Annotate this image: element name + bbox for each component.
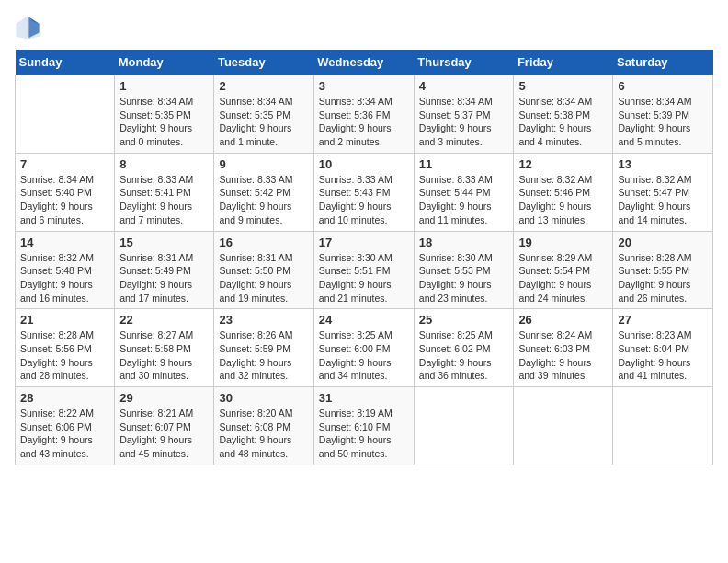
day-detail: Sunrise: 8:30 AMSunset: 5:53 PMDaylight:… [419, 251, 509, 305]
day-detail: Sunrise: 8:34 AMSunset: 5:36 PMDaylight:… [319, 95, 409, 149]
day-number: 4 [419, 79, 509, 93]
day-cell: 11Sunrise: 8:33 AMSunset: 5:44 PMDayligh… [414, 153, 514, 231]
week-row-2: 7Sunrise: 8:34 AMSunset: 5:40 PMDaylight… [16, 153, 713, 231]
day-cell [613, 387, 713, 465]
week-row-5: 28Sunrise: 8:22 AMSunset: 6:06 PMDayligh… [16, 387, 713, 465]
day-detail: Sunrise: 8:33 AMSunset: 5:41 PMDaylight:… [119, 173, 209, 227]
day-number: 26 [518, 313, 608, 327]
day-cell: 22Sunrise: 8:27 AMSunset: 5:58 PMDayligh… [115, 309, 214, 387]
day-detail: Sunrise: 8:32 AMSunset: 5:48 PMDaylight:… [20, 251, 109, 305]
day-detail: Sunrise: 8:25 AMSunset: 6:00 PMDaylight:… [319, 328, 409, 383]
day-cell [514, 387, 613, 465]
day-number: 22 [119, 313, 209, 327]
week-row-3: 14Sunrise: 8:32 AMSunset: 5:48 PMDayligh… [16, 231, 713, 309]
day-cell: 14Sunrise: 8:32 AMSunset: 5:48 PMDayligh… [16, 231, 115, 309]
day-detail: Sunrise: 8:34 AMSunset: 5:40 PMDaylight:… [20, 173, 109, 227]
day-cell: 5Sunrise: 8:34 AMSunset: 5:38 PMDaylight… [514, 75, 613, 154]
day-cell: 4Sunrise: 8:34 AMSunset: 5:37 PMDaylight… [414, 75, 514, 154]
header-sunday: Sunday [16, 50, 115, 75]
day-detail: Sunrise: 8:34 AMSunset: 5:39 PMDaylight:… [618, 95, 708, 149]
day-detail: Sunrise: 8:33 AMSunset: 5:42 PMDaylight:… [219, 173, 308, 227]
day-number: 9 [219, 157, 308, 171]
day-cell: 15Sunrise: 8:31 AMSunset: 5:49 PMDayligh… [115, 231, 214, 309]
day-detail: Sunrise: 8:29 AMSunset: 5:54 PMDaylight:… [518, 251, 608, 305]
day-detail: Sunrise: 8:23 AMSunset: 6:04 PMDaylight:… [618, 328, 708, 383]
day-detail: Sunrise: 8:21 AMSunset: 6:07 PMDaylight:… [119, 407, 209, 461]
header-tuesday: Tuesday [214, 50, 313, 75]
day-number: 12 [518, 157, 608, 171]
day-detail: Sunrise: 8:28 AMSunset: 5:56 PMDaylight:… [20, 328, 109, 383]
day-number: 11 [419, 157, 509, 171]
day-cell: 2Sunrise: 8:34 AMSunset: 5:35 PMDaylight… [214, 75, 313, 154]
day-detail: Sunrise: 8:34 AMSunset: 5:37 PMDaylight:… [419, 95, 509, 149]
logo-icon [15, 15, 40, 40]
day-number: 20 [618, 236, 708, 249]
day-cell: 21Sunrise: 8:28 AMSunset: 5:56 PMDayligh… [16, 309, 115, 387]
day-detail: Sunrise: 8:32 AMSunset: 5:46 PMDaylight:… [518, 173, 608, 227]
day-number: 10 [319, 157, 409, 171]
day-number: 16 [219, 236, 308, 249]
day-cell: 23Sunrise: 8:26 AMSunset: 5:59 PMDayligh… [214, 309, 313, 387]
calendar-table: SundayMondayTuesdayWednesdayThursdayFrid… [15, 50, 713, 465]
header-friday: Friday [514, 50, 613, 75]
day-cell: 18Sunrise: 8:30 AMSunset: 5:53 PMDayligh… [414, 231, 514, 309]
day-cell: 8Sunrise: 8:33 AMSunset: 5:41 PMDaylight… [115, 153, 214, 231]
day-cell: 25Sunrise: 8:25 AMSunset: 6:02 PMDayligh… [414, 309, 514, 387]
day-cell: 13Sunrise: 8:32 AMSunset: 5:47 PMDayligh… [613, 153, 713, 231]
day-number: 27 [618, 313, 708, 327]
week-row-1: 1Sunrise: 8:34 AMSunset: 5:35 PMDaylight… [16, 75, 713, 154]
header-monday: Monday [115, 50, 214, 75]
day-detail: Sunrise: 8:34 AMSunset: 5:35 PMDaylight:… [219, 95, 308, 149]
day-cell: 27Sunrise: 8:23 AMSunset: 6:04 PMDayligh… [613, 309, 713, 387]
day-cell: 1Sunrise: 8:34 AMSunset: 5:35 PMDaylight… [115, 75, 214, 154]
day-number: 8 [119, 157, 209, 171]
header-wednesday: Wednesday [313, 50, 414, 75]
day-detail: Sunrise: 8:34 AMSunset: 5:38 PMDaylight:… [518, 95, 608, 149]
day-number: 3 [319, 79, 409, 93]
day-cell: 28Sunrise: 8:22 AMSunset: 6:06 PMDayligh… [16, 387, 115, 465]
day-detail: Sunrise: 8:22 AMSunset: 6:06 PMDaylight:… [20, 407, 109, 461]
day-cell: 31Sunrise: 8:19 AMSunset: 6:10 PMDayligh… [313, 387, 414, 465]
day-cell: 3Sunrise: 8:34 AMSunset: 5:36 PMDaylight… [313, 75, 414, 154]
day-number: 23 [219, 313, 308, 327]
day-cell: 30Sunrise: 8:20 AMSunset: 6:08 PMDayligh… [214, 387, 313, 465]
day-detail: Sunrise: 8:34 AMSunset: 5:35 PMDaylight:… [119, 95, 209, 149]
day-detail: Sunrise: 8:25 AMSunset: 6:02 PMDaylight:… [419, 328, 509, 383]
header-saturday: Saturday [613, 50, 713, 75]
day-detail: Sunrise: 8:31 AMSunset: 5:49 PMDaylight:… [119, 251, 209, 305]
week-row-4: 21Sunrise: 8:28 AMSunset: 5:56 PMDayligh… [16, 309, 713, 387]
day-cell: 10Sunrise: 8:33 AMSunset: 5:43 PMDayligh… [313, 153, 414, 231]
day-detail: Sunrise: 8:20 AMSunset: 6:08 PMDaylight:… [219, 407, 308, 461]
day-detail: Sunrise: 8:24 AMSunset: 6:03 PMDaylight:… [518, 328, 608, 383]
header-thursday: Thursday [414, 50, 514, 75]
day-number: 21 [20, 313, 109, 327]
day-detail: Sunrise: 8:28 AMSunset: 5:55 PMDaylight:… [618, 251, 708, 305]
day-number: 31 [319, 391, 409, 405]
day-number: 6 [618, 79, 708, 93]
day-cell: 16Sunrise: 8:31 AMSunset: 5:50 PMDayligh… [214, 231, 313, 309]
day-cell: 20Sunrise: 8:28 AMSunset: 5:55 PMDayligh… [613, 231, 713, 309]
day-number: 30 [219, 391, 308, 405]
day-number: 13 [618, 157, 708, 171]
page-header [15, 15, 713, 40]
day-cell: 29Sunrise: 8:21 AMSunset: 6:07 PMDayligh… [115, 387, 214, 465]
logo [15, 15, 44, 40]
day-detail: Sunrise: 8:31 AMSunset: 5:50 PMDaylight:… [219, 251, 308, 305]
day-detail: Sunrise: 8:19 AMSunset: 6:10 PMDaylight:… [319, 407, 409, 461]
day-detail: Sunrise: 8:33 AMSunset: 5:43 PMDaylight:… [319, 173, 409, 227]
day-detail: Sunrise: 8:30 AMSunset: 5:51 PMDaylight:… [319, 251, 409, 305]
day-cell [16, 75, 115, 154]
day-number: 17 [319, 236, 409, 249]
day-number: 19 [518, 236, 608, 249]
day-number: 5 [518, 79, 608, 93]
day-number: 28 [20, 391, 109, 405]
day-cell: 19Sunrise: 8:29 AMSunset: 5:54 PMDayligh… [514, 231, 613, 309]
day-number: 29 [119, 391, 209, 405]
day-number: 2 [219, 79, 308, 93]
day-cell: 24Sunrise: 8:25 AMSunset: 6:00 PMDayligh… [313, 309, 414, 387]
day-number: 24 [319, 313, 409, 327]
day-detail: Sunrise: 8:33 AMSunset: 5:44 PMDaylight:… [419, 173, 509, 227]
day-cell [414, 387, 514, 465]
day-number: 25 [419, 313, 509, 327]
day-cell: 17Sunrise: 8:30 AMSunset: 5:51 PMDayligh… [313, 231, 414, 309]
